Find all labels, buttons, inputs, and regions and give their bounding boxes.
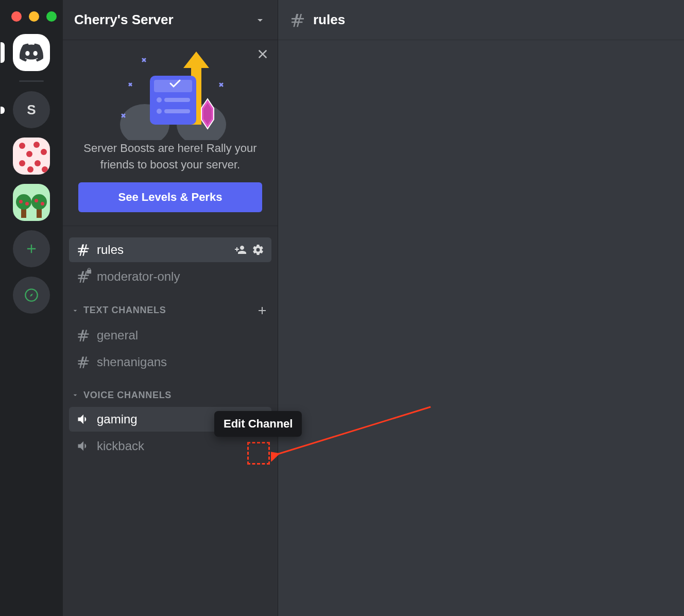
server-s[interactable]: S [13,91,50,128]
compass-icon [24,288,39,302]
boost-text: Server Boosts are here! Rally your frien… [71,140,269,182]
invite-icon[interactable] [234,244,247,256]
channel-title: rules [313,12,345,28]
minimize-window[interactable] [29,11,39,22]
close-window[interactable] [11,11,22,22]
svg-rect-8 [164,109,190,113]
boost-cta-button[interactable]: See Levels & Perks [78,182,262,212]
channel-label: gaming [97,412,211,426]
gear-icon[interactable] [252,244,264,256]
category-label: TEXT CHANNELS [83,305,166,316]
category-label: VOICE CHANNELS [83,390,172,401]
chevron-down-icon [71,391,79,399]
channel-label: shenanigans [97,355,264,369]
channel-sidebar: Cherry's Server [63,0,278,616]
plus-icon [24,242,39,256]
channel-shenanigans[interactable]: shenanigans [69,350,271,374]
svg-point-5 [157,97,162,102]
boost-card: Server Boosts are here! Rally your frien… [63,40,278,226]
boost-illustration [71,47,269,140]
server-separator [19,80,44,82]
discord-logo-icon [20,43,43,62]
channel-general[interactable]: general [69,323,271,348]
channel-label: rules [97,243,228,257]
hash-icon [76,355,91,369]
maximize-window[interactable] [46,11,57,22]
server-trees[interactable] [13,184,50,221]
window-controls [11,11,57,22]
category-text-channels[interactable]: TEXT CHANNELS [69,291,271,321]
category-voice-channels[interactable]: VOICE CHANNELS [69,377,271,405]
hash-icon [76,328,91,343]
channel-kickback[interactable]: kickback [69,434,271,458]
explore-servers-button[interactable] [13,277,50,314]
speaker-icon [76,439,91,453]
hash-icon [76,243,91,257]
channel-rules[interactable]: rules [69,237,271,262]
tooltip-edit-channel: Edit Channel [214,411,302,437]
channel-header: rules [278,0,684,40]
home-button[interactable] [13,34,50,71]
server-name: Cherry's Server [74,12,174,28]
hash-icon [289,12,306,28]
server-initial: S [27,102,36,118]
close-icon[interactable] [256,47,269,61]
channel-label: kickback [97,439,264,453]
annotation-highlight [247,442,270,465]
chevron-down-icon [71,306,79,315]
server-rail: S [0,0,63,616]
server-cherries[interactable] [13,138,50,175]
svg-point-7 [157,109,162,114]
channel-label: general [97,328,264,343]
speaker-icon [76,412,91,426]
server-header[interactable]: Cherry's Server [63,0,278,40]
add-channel-icon[interactable] [256,304,268,317]
svg-rect-6 [164,98,190,102]
chevron-down-icon [254,14,266,26]
channel-moderator-only[interactable]: moderator-only [69,264,271,289]
channel-label: moderator-only [97,269,264,284]
add-server-button[interactable] [13,230,50,267]
hash-lock-icon [76,269,91,284]
main-pane: rules [278,0,684,616]
